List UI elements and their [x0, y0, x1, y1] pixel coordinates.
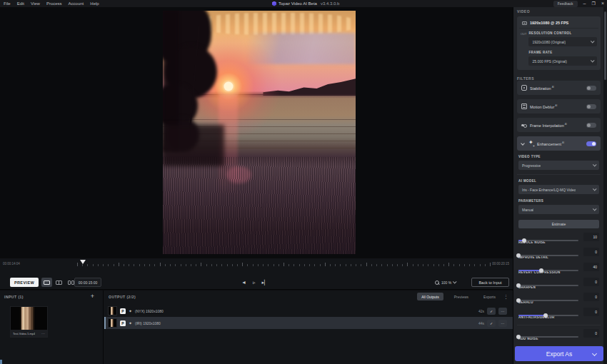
toggle-enhancement[interactable] — [586, 141, 596, 146]
input-video-card[interactable]: Test-Video-5.mp4 ⋯ — [10, 306, 48, 338]
tab-previews[interactable]: Previews — [450, 293, 473, 300]
slider-thumb[interactable] — [543, 313, 548, 318]
menu-account[interactable]: Account — [69, 1, 84, 6]
sidebar-scrollbar[interactable] — [603, 7, 607, 364]
preview-badge: P — [120, 308, 126, 314]
menu-edit[interactable]: Edit — [17, 1, 24, 6]
ai-model-dropdown[interactable]: Iris - Face Enhance/LQ-MQ Video — [518, 185, 599, 194]
maximize-icon[interactable]: ❐ — [592, 0, 596, 7]
ai-badge: AI — [562, 141, 564, 144]
output-row[interactable]: P✦(NYX) 1920x108042s✓⋯ — [104, 305, 513, 317]
step-forward-icon[interactable]: ▸▏ — [261, 278, 268, 287]
toggle-frame-interpolation[interactable] — [586, 123, 596, 128]
preview-button[interactable]: PREVIEW — [10, 278, 39, 287]
check-button[interactable]: ✓ — [487, 320, 496, 327]
menu-help[interactable]: Help — [90, 1, 99, 6]
timecode-field[interactable]: 00:00:15:00 — [74, 278, 101, 287]
output-duration: 44s — [478, 321, 484, 325]
tick — [351, 264, 351, 266]
divider — [517, 174, 601, 175]
close-icon[interactable]: × — [601, 0, 604, 7]
filter-frame-interpolation[interactable]: Frame InterpolationAI — [517, 118, 601, 132]
chevron-down-icon — [592, 351, 597, 356]
timeline[interactable]: 00:00:14:04 00:00:20:15 — [0, 258, 513, 268]
export-as-button[interactable]: Export As — [515, 346, 603, 361]
frame-rate-dropdown[interactable]: 25.000 FPS (Original) — [528, 56, 597, 66]
single-view-button[interactable] — [41, 278, 52, 287]
menu-file[interactable]: File — [4, 1, 11, 6]
divider — [517, 325, 601, 325]
slider-thumb[interactable] — [516, 283, 521, 288]
split-view-button[interactable] — [54, 278, 64, 287]
tick — [299, 264, 300, 266]
scrollbar-thumb[interactable] — [604, 11, 606, 80]
tick — [124, 264, 124, 266]
add-input-button[interactable]: + — [91, 293, 94, 300]
kebab-menu-icon[interactable]: ⋮ — [503, 294, 508, 300]
parameters-dropdown[interactable]: Manual — [518, 205, 599, 214]
slider-track[interactable] — [518, 300, 578, 301]
slider-track[interactable] — [518, 255, 578, 256]
tick — [448, 263, 449, 266]
more-button[interactable]: ⋯ — [498, 320, 507, 327]
slider-thumb[interactable] — [516, 335, 521, 339]
video-type-dropdown[interactable]: Progressive — [518, 161, 599, 170]
filter-stabilization[interactable]: StabilizationAI — [517, 81, 601, 95]
slider-track[interactable] — [518, 240, 578, 241]
tick — [77, 263, 78, 266]
frame-interpolation-icon — [521, 123, 527, 127]
video-info-card: 1920x1080 @ 25 FPS OUT RESOLUTION CONTRO… — [517, 16, 601, 70]
tab-exports[interactable]: Exports — [479, 293, 500, 300]
app-title-group: Topaz Video AI Beta v3.4.3.0.b — [272, 0, 339, 7]
slider-track[interactable] — [518, 270, 578, 271]
slider-track[interactable] — [518, 285, 578, 286]
feedback-button[interactable]: Feedback — [553, 1, 578, 7]
tick — [361, 264, 361, 266]
chevron-down-icon — [593, 163, 596, 166]
slider-thumb[interactable] — [516, 298, 521, 303]
play-icon[interactable]: ▹ — [253, 278, 256, 287]
slider-value: 0 — [583, 329, 599, 338]
tick — [309, 264, 310, 266]
minimize-icon[interactable]: – — [583, 0, 586, 7]
slider-thumb[interactable] — [516, 253, 521, 258]
slider-track[interactable] — [518, 336, 578, 338]
sparkle-icon: ✦ — [129, 320, 132, 326]
video-viewport[interactable] — [0, 7, 513, 258]
ai-badge: AI — [555, 104, 557, 107]
more-button[interactable]: ⋯ — [498, 308, 507, 315]
tick — [371, 264, 372, 266]
ai-badge: AI — [565, 123, 567, 126]
menu-view[interactable]: View — [31, 1, 40, 6]
tick — [320, 264, 321, 266]
topaz-logo-icon — [272, 1, 276, 6]
output-row[interactable]: P✦(IRI) 1920x108044s✓⋯ — [104, 317, 513, 329]
estimate-button[interactable]: Estimate — [518, 220, 599, 228]
input-file-name: Test-Video-5.mp4 — [13, 332, 35, 335]
tick — [356, 264, 356, 266]
timeline-start-time: 00:00:14:04 — [3, 262, 20, 266]
tick — [170, 264, 171, 266]
filter-motion-deblur[interactable]: Motion DeblurAI — [517, 99, 601, 113]
tick — [154, 264, 155, 266]
settings-sidebar: VIDEO 1920x1080 @ 25 FPS OUT RESOLUTION … — [513, 7, 603, 364]
menu-process[interactable]: Process — [46, 1, 62, 6]
export-as-label: Export As — [546, 350, 572, 358]
resolution-dropdown[interactable]: 1920x1080 (Original) — [528, 37, 597, 46]
tick — [330, 264, 331, 266]
tab-all-outputs[interactable]: All Outputs — [417, 293, 443, 300]
zoom-control[interactable]: 100 % — [435, 278, 456, 287]
slider-thumb[interactable] — [522, 238, 526, 243]
slider-track[interactable] — [518, 315, 578, 316]
chevron-down-icon — [591, 59, 594, 62]
more-icon[interactable]: ⋯ — [41, 331, 45, 335]
timeline-ruler[interactable] — [77, 258, 490, 268]
filter-enhancement[interactable]: EnhancementAI — [517, 136, 601, 151]
back-to-input-button[interactable]: Back to Input — [471, 278, 509, 287]
volume-icon[interactable]: ◄ — [241, 278, 246, 287]
toggle-stabilization[interactable] — [586, 86, 596, 91]
toggle-motion-deblur[interactable] — [586, 104, 596, 109]
check-button[interactable]: ✓ — [487, 308, 496, 315]
tick — [346, 264, 346, 266]
slider-thumb[interactable] — [539, 268, 543, 273]
